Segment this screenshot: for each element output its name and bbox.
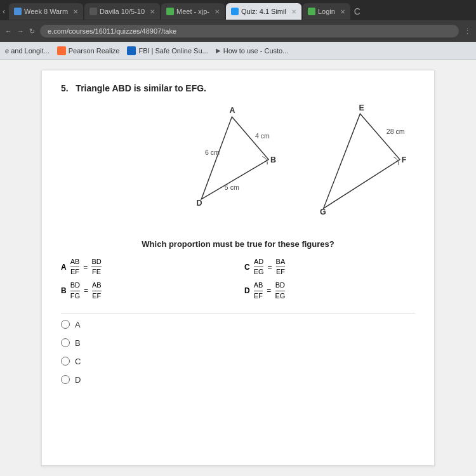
choice-c-left-numer: AD: [254, 258, 263, 267]
choice-b-left-denom: FG: [70, 291, 80, 300]
tab-label-week8: Week 8 Warm: [24, 8, 68, 15]
play-icon: ▶: [216, 47, 221, 54]
choice-c-left-denom: EG: [254, 267, 264, 276]
pearson-icon: [57, 46, 66, 55]
choice-b-equation: BD FG = AB EF: [70, 281, 102, 300]
page-content: 5. Triangle ABD is similar to EFG. A B D…: [0, 60, 476, 476]
bookmark-howto[interactable]: ▶ How to use - Custo...: [216, 47, 289, 55]
choice-a-eq: =: [83, 263, 88, 272]
tab-icon-quiz: [231, 8, 239, 15]
tab-close-meet[interactable]: ✕: [215, 8, 220, 15]
choice-c-label: C: [244, 263, 250, 272]
choice-a-right-denom: FE: [92, 267, 101, 276]
choice-c-left-fraction: AD EG: [254, 258, 264, 276]
radio-circle-a[interactable]: [61, 320, 70, 329]
choice-b: B BD FG = AB EF: [61, 281, 232, 300]
choice-b-right-fraction: AB EF: [92, 281, 102, 300]
url-text: e.com/courses/16011/quizzes/48907/take: [48, 27, 176, 35]
tab-week8[interactable]: Week 8 Warm ✕: [9, 3, 83, 20]
tab-login[interactable]: Login ✕: [303, 3, 350, 20]
back-button[interactable]: ‹: [3, 7, 5, 16]
radio-circle-c[interactable]: [61, 357, 70, 366]
bookmark-label-fbi: FBI | Safe Online Su...: [138, 47, 208, 55]
tab-icon-login: [308, 8, 315, 15]
radio-option-c[interactable]: C: [61, 357, 415, 366]
choice-a-left-fraction: AB EF: [70, 258, 80, 276]
choice-a-equation: AB EF = BD FE: [70, 258, 102, 276]
tab-label-meet: Meet - xjp-: [176, 8, 209, 15]
svg-text:B: B: [270, 155, 276, 164]
bookmarks-bar: e and Longit... Pearson Realize FBI | Sa…: [0, 42, 476, 60]
choice-a-left-numer: AB: [70, 258, 80, 267]
radio-label-b: B: [75, 338, 81, 348]
radio-circle-b[interactable]: [61, 338, 70, 347]
quiz-container: 5. Triangle ABD is similar to EFG. A B D…: [41, 70, 435, 466]
tab-quiz[interactable]: Quiz: 4.1 Simil ✕: [226, 3, 301, 20]
svg-text:5 cm: 5 cm: [225, 183, 239, 191]
tab-icon-davila: [89, 8, 97, 15]
tab-davila[interactable]: Davila 10/5-10 ✕: [84, 3, 160, 20]
svg-text:6 cm: 6 cm: [205, 149, 220, 156]
tab-label-quiz: Quiz: 4.1 Simil: [241, 8, 286, 15]
svg-text:28 cm: 28 cm: [387, 128, 405, 135]
bookmark-label-longit: e and Longit...: [5, 47, 50, 55]
bookmark-label-howto: How to use - Custo...: [223, 47, 289, 55]
bookmark-label-pearson: Pearson Realize: [69, 47, 120, 55]
tab-close-davila[interactable]: ✕: [150, 8, 155, 15]
address-bar: ← → ↻ e.com/courses/16011/quizzes/48907/…: [0, 20, 476, 42]
radio-options: A B C D: [61, 320, 415, 385]
tab-close-week8[interactable]: ✕: [73, 8, 78, 15]
radio-option-a[interactable]: A: [61, 320, 415, 329]
radio-label-d: D: [75, 375, 81, 385]
radio-option-b[interactable]: B: [61, 338, 415, 348]
choice-a: A AB EF = BD FE: [61, 258, 232, 276]
svg-text:4 cm: 4 cm: [255, 132, 270, 140]
choice-c-eq: =: [268, 263, 272, 272]
bookmark-longit[interactable]: e and Longit...: [5, 47, 50, 55]
bookmark-pearson[interactable]: Pearson Realize: [57, 46, 120, 55]
url-input[interactable]: e.com/courses/16011/quizzes/48907/take: [40, 25, 459, 37]
choice-c-right-fraction: BA EF: [276, 258, 286, 276]
choice-b-right-numer: AB: [92, 281, 102, 291]
tab-close-login[interactable]: ✕: [340, 8, 345, 15]
nav-refresh[interactable]: ↻: [29, 27, 35, 36]
choice-d-right-numer: BD: [275, 281, 285, 291]
fbi-icon: [127, 46, 136, 55]
diagram-area: A B D 4 cm 6 cm 5 cm E F: [61, 102, 415, 229]
choice-b-right-denom: EF: [92, 291, 101, 300]
svg-text:F: F: [402, 155, 407, 164]
choice-b-left-numer: BD: [70, 281, 80, 291]
svg-text:A: A: [230, 106, 235, 115]
choice-d: D AB EF = BD EG: [244, 281, 415, 300]
extensions-icon[interactable]: ⋮: [464, 27, 471, 36]
choice-d-left-fraction: AB EF: [254, 281, 263, 300]
choice-b-left-fraction: BD FG: [70, 281, 80, 300]
separator: [61, 313, 415, 314]
choice-a-left-denom: EF: [70, 267, 79, 276]
triangles-diagram: A B D 4 cm 6 cm 5 cm E F: [61, 102, 415, 229]
question-header: 5. Triangle ABD is similar to EFG.: [61, 83, 415, 93]
radio-label-a: A: [75, 320, 81, 329]
new-tab-button[interactable]: C: [354, 6, 360, 17]
choice-a-label: A: [61, 263, 67, 272]
svg-text:E: E: [359, 103, 364, 112]
choice-c-right-numer: BA: [276, 258, 286, 267]
choices-grid: A AB EF = BD FE C: [61, 258, 415, 300]
radio-circle-d[interactable]: [61, 375, 70, 384]
tab-meet[interactable]: Meet - xjp- ✕: [161, 3, 225, 20]
tab-label-login: Login: [318, 8, 335, 15]
radio-option-d[interactable]: D: [61, 375, 415, 385]
choice-c-equation: AD EG = BA EF: [254, 258, 286, 276]
svg-text:G: G: [320, 208, 326, 216]
choice-d-right-denom: EG: [275, 291, 285, 300]
browser-chrome: ‹ Week 8 Warm ✕ Davila 10/5-10 ✕ Meet - …: [0, 0, 476, 60]
nav-forward[interactable]: →: [17, 27, 24, 35]
bookmark-fbi[interactable]: FBI | Safe Online Su...: [127, 46, 208, 55]
choice-c: C AD EG = BA EF: [244, 258, 415, 276]
choice-d-left-numer: AB: [254, 281, 263, 291]
tab-close-quiz[interactable]: ✕: [291, 8, 296, 15]
svg-text:D: D: [197, 199, 202, 208]
choice-d-equation: AB EF = BD EG: [254, 281, 286, 300]
radio-label-c: C: [75, 357, 81, 366]
nav-back[interactable]: ←: [5, 27, 12, 35]
